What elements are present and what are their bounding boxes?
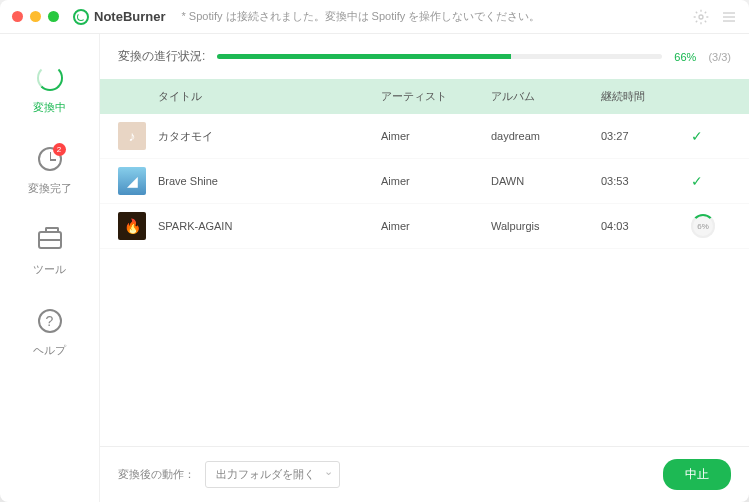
check-icon: ✓ [691,128,703,144]
track-progress-icon: 6% [691,214,715,238]
app-name: NoteBurner [94,9,166,24]
progress-bar [217,54,662,59]
sidebar-item-label: 変換完了 [28,181,72,196]
album-art: ◢ [118,167,146,195]
track-duration: 03:27 [601,130,691,142]
track-duration: 03:53 [601,175,691,187]
sidebar-item-label: 変換中 [33,100,66,115]
track-title: SPARK-AGAIN [158,220,381,232]
track-duration: 04:03 [601,220,691,232]
album-art: ♪ [118,122,146,150]
progress-label: 変換の進行状況: [118,48,205,65]
track-row[interactable]: ♪ カタオモイ Aimer daydream 03:27 ✓ [100,114,749,159]
track-artist: Aimer [381,130,491,142]
album-art: 🔥 [118,212,146,240]
help-icon: ? [36,307,64,335]
table-header: タイトル アーティスト アルバム 継続時間 [100,79,749,114]
track-title: Brave Shine [158,175,381,187]
settings-icon[interactable] [693,9,709,25]
briefcase-icon [36,226,64,254]
track-album: Walpurgis [491,220,601,232]
sidebar-item-tools[interactable]: ツール [33,226,66,277]
track-artist: Aimer [381,220,491,232]
track-title: カタオモイ [158,129,381,144]
maximize-button[interactable] [48,11,59,22]
track-row[interactable]: ◢ Brave Shine Aimer DAWN 03:53 ✓ [100,159,749,204]
window-controls [12,11,59,22]
sidebar-item-label: ツール [33,262,66,277]
col-artist: アーティスト [381,89,491,104]
minimize-button[interactable] [30,11,41,22]
col-album: アルバム [491,89,601,104]
header-actions [693,9,737,25]
progress-row: 変換の進行状況: 66% (3/3) [100,34,749,79]
body: 変換中 2 変換完了 ツール ? ヘルプ 変換の進行状況: [0,34,749,502]
close-button[interactable] [12,11,23,22]
status-message: * Spotify は接続されました。変換中は Spotify を操作しないでく… [182,9,693,24]
app-logo: NoteBurner [73,9,166,25]
sidebar-item-converting[interactable]: 変換中 [33,64,66,115]
sidebar: 変換中 2 変換完了 ツール ? ヘルプ [0,34,100,502]
app-window: NoteBurner * Spotify は接続されました。変換中は Spoti… [0,0,749,502]
col-duration: 継続時間 [601,89,691,104]
track-album: DAWN [491,175,601,187]
clock-icon: 2 [36,145,64,173]
completed-badge: 2 [53,143,66,156]
check-icon: ✓ [691,173,703,189]
main-panel: 変換の進行状況: 66% (3/3) タイトル アーティスト アルバム 継続時間… [100,34,749,502]
sidebar-item-label: ヘルプ [33,343,66,358]
track-artist: Aimer [381,175,491,187]
sidebar-item-completed[interactable]: 2 変換完了 [28,145,72,196]
col-title: タイトル [158,89,381,104]
track-album: daydream [491,130,601,142]
footer: 変換後の動作： 出力フォルダを開く 中止 [100,446,749,502]
progress-fill [217,54,511,59]
menu-icon[interactable] [721,9,737,25]
converting-icon [36,64,64,92]
stop-button[interactable]: 中止 [663,459,731,490]
progress-percent: 66% [674,51,696,63]
sidebar-item-help[interactable]: ? ヘルプ [33,307,66,358]
titlebar: NoteBurner * Spotify は接続されました。変換中は Spoti… [0,0,749,34]
post-action-dropdown[interactable]: 出力フォルダを開く [205,461,340,488]
logo-icon [73,9,89,25]
tracks-list: ♪ カタオモイ Aimer daydream 03:27 ✓ ◢ Brave S… [100,114,749,446]
progress-count: (3/3) [708,51,731,63]
post-action-label: 変換後の動作： [118,467,195,482]
svg-point-0 [699,15,703,19]
track-row[interactable]: 🔥 SPARK-AGAIN Aimer Walpurgis 04:03 6% [100,204,749,249]
